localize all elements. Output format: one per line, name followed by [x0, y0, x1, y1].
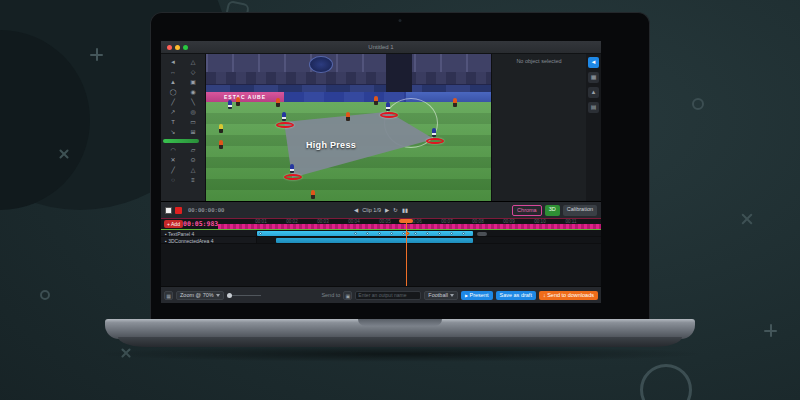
clip-end-pill: [477, 232, 487, 236]
move-tool-icon[interactable]: ↔: [163, 67, 183, 77]
blue-player: [228, 100, 232, 109]
playback-controls: ◀ Clip 1/9 ▶ ↻ ▮▮: [354, 207, 408, 213]
zoom-select[interactable]: Zoom @ 70%: [176, 291, 224, 300]
circle-tool-icon[interactable]: ◯: [163, 87, 183, 97]
stroke-color-swatch[interactable]: [175, 207, 182, 214]
decor-ring-icon: [640, 364, 692, 400]
zoom-tool-icon[interactable]: ◉: [183, 87, 203, 97]
timeline[interactable]: 00:0100:0200:0300:0400:0500:0600:0700:08…: [161, 218, 601, 286]
player-tool-icon[interactable]: ▲: [163, 77, 183, 87]
orange-player: [219, 140, 223, 149]
playhead-line: [406, 223, 407, 287]
link-tool-icon[interactable]: ↘: [163, 127, 183, 137]
output-name-input[interactable]: [355, 291, 421, 300]
next-clip-button[interactable]: ▶: [385, 207, 389, 213]
fill-color-swatch[interactable]: [165, 207, 172, 214]
orange-player: [374, 96, 378, 105]
clip-counter: Clip 1/9: [362, 207, 381, 213]
objects-mode-button[interactable]: ▦: [588, 72, 599, 83]
current-timecode: 00:05:983: [183, 220, 218, 228]
spotlight-tool-icon[interactable]: ◎: [183, 107, 203, 117]
layout-grid-button[interactable]: ▦: [164, 291, 173, 300]
zoom-select-value: Zoom @ 70%: [180, 292, 214, 298]
area-tool-icon[interactable]: ▱: [183, 145, 203, 155]
send-to-label: Send to: [321, 292, 340, 298]
chevron-down-icon: [450, 294, 454, 297]
text-tool-icon[interactable]: T: [163, 117, 183, 127]
arrow-tool-icon[interactable]: ↗: [163, 107, 183, 117]
track-tool-icon[interactable]: ✕: [163, 155, 183, 165]
grid-tool-icon[interactable]: ⊞: [183, 127, 203, 137]
pencil-tool-icon[interactable]: ╱: [163, 97, 183, 107]
connect-tool-icon[interactable]: △: [183, 165, 203, 175]
save-as-draft-button[interactable]: Save as draft: [496, 291, 536, 300]
present-button[interactable]: ▶ Present: [461, 291, 493, 300]
chevron-down-icon: [216, 294, 220, 297]
transport-timecode: 00:00:00:00: [188, 207, 224, 213]
slider-thumb[interactable]: [227, 293, 232, 298]
timeline-zoom-slider[interactable]: [227, 295, 261, 296]
player-highlight-ring: [426, 138, 444, 144]
players-mode-button[interactable]: ▲: [588, 87, 599, 98]
sport-select[interactable]: Football: [424, 291, 458, 300]
transport-bar: 00:00:00:00 ◀ Clip 1/9 ▶ ↻ ▮▮ Chroma3DCa…: [161, 201, 601, 218]
sport-select-value: Football: [428, 292, 448, 298]
erase-tool-icon[interactable]: ◌: [163, 175, 183, 185]
chroma-button[interactable]: Chroma: [512, 205, 542, 216]
more-tool-icon[interactable]: ≡: [183, 175, 203, 185]
cursor-tool-icon[interactable]: ◄: [163, 57, 183, 67]
toolbar-divider: [163, 139, 199, 143]
stadium-tier: [206, 72, 491, 84]
send-to-downloads-button[interactable]: ↓ Send to downloads: [539, 291, 598, 300]
drawing-toolbar: ◄△↔◇▲▣◯◉╱╲↗◎T▭↘⊞ ◠▱✕⊙╱△◌≡: [161, 54, 206, 201]
video-viewport[interactable]: ESTAC AUBE High Press: [206, 54, 491, 201]
laptop-notch: [358, 319, 442, 326]
blue-player: [290, 164, 294, 173]
stadium-ad-ring: [206, 84, 491, 92]
laptop-screen: Untitled 1 ◄△↔◇▲▣◯◉╱╲↗◎T▭↘⊞ ◠▱✕⊙╱△◌≡ EST…: [150, 12, 650, 320]
player-highlight-ring: [380, 112, 398, 118]
play-icon: ▶: [465, 293, 468, 298]
layers-mode-button[interactable]: ▤: [588, 102, 599, 113]
send-toggle-checkbox[interactable]: ▣: [343, 291, 352, 300]
loop-button[interactable]: ↻: [393, 207, 398, 213]
add-track-button[interactable]: + Add: [164, 220, 183, 228]
shape-tool-icon[interactable]: ▭: [183, 117, 203, 127]
measure-tool-icon[interactable]: ╱: [163, 165, 183, 175]
orange-player: [276, 98, 280, 107]
bottom-bar: ▦ Zoom @ 70% Send to ▣ Football ▶ Presen…: [161, 286, 601, 303]
node-tool-icon[interactable]: ◇: [183, 67, 203, 77]
clip-bar[interactable]: [276, 238, 473, 243]
decor-ring-icon: [40, 290, 50, 300]
led-board-pink: ESTAC AUBE: [206, 92, 284, 102]
blue-player: [432, 128, 436, 137]
decor-plus-icon: [764, 324, 777, 337]
orange-player: [236, 97, 240, 106]
app-window: Untitled 1 ◄△↔◇▲▣◯◉╱╲↗◎T▭↘⊞ ◠▱✕⊙╱△◌≡ EST…: [161, 41, 601, 303]
calibration-button[interactable]: Calibration: [563, 205, 597, 216]
laptop-base-bottom: [118, 337, 682, 347]
stadium-screen: [309, 56, 333, 73]
share-tool-icon[interactable]: △: [183, 57, 203, 67]
pointer-mode-button[interactable]: ◄: [588, 57, 599, 68]
3d-button[interactable]: 3D: [545, 205, 560, 216]
decor-plus-icon: [90, 48, 103, 61]
laptop-shadow: [95, 346, 705, 362]
toolbar-top-group: ◄△↔◇▲▣◯◉╱╲↗◎T▭↘⊞: [163, 57, 203, 137]
laptop-base: [105, 319, 695, 339]
line-tool-icon[interactable]: ╲: [183, 97, 203, 107]
annotation-label[interactable]: High Press: [306, 140, 356, 150]
previous-clip-button[interactable]: ◀: [354, 207, 358, 213]
webcam-dot: [399, 19, 402, 22]
track-name: ▪ 3DConnectedArea 4: [165, 238, 213, 244]
orange-player: [453, 98, 457, 107]
orange-player: [346, 112, 350, 121]
image-tool-icon[interactable]: ▣: [183, 77, 203, 87]
properties-panel: No object selected: [491, 54, 586, 201]
pause-button[interactable]: ▮▮: [402, 207, 408, 213]
window-title: Untitled 1: [161, 44, 601, 50]
angle-tool-icon[interactable]: ◠: [163, 145, 183, 155]
decor-ring-icon: [692, 98, 704, 110]
led-board-blue: [284, 92, 406, 102]
magnet-tool-icon[interactable]: ⊙: [183, 155, 203, 165]
